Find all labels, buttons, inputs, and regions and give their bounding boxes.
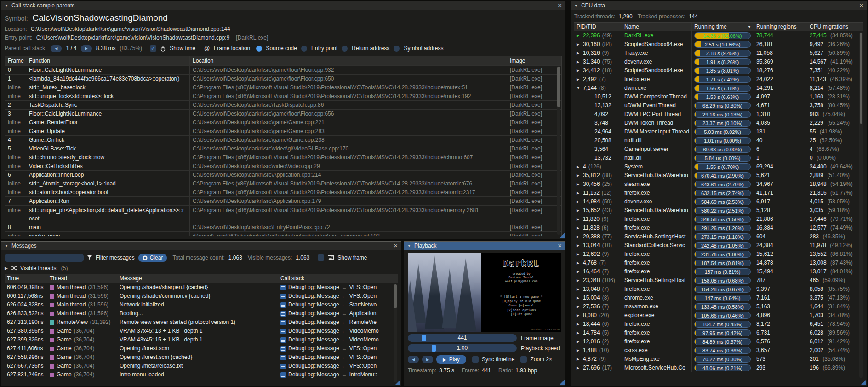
playback-speed-slider[interactable]: 1.00 xyxy=(408,344,517,352)
expander-icon[interactable]: ▶ xyxy=(577,346,581,355)
expander-icon[interactable]: ▶ xyxy=(577,302,581,311)
callstack-row[interactable]: inline std::atomic<bool>::operator bool … xyxy=(5,188,561,196)
close-icon[interactable]: × xyxy=(558,243,562,249)
process-row[interactable]: ▶ 14,984 (50) devenv.exe 584.69 ms (2.53… xyxy=(574,197,863,206)
function-name[interactable]: main xyxy=(26,223,190,231)
callstack-row[interactable]: inline std::unique_lock<std::mutex>::loc… xyxy=(5,92,561,100)
process-row[interactable]: ▶ 34,412 (18) ScriptedSandbox64.exe 1.85… xyxy=(574,66,863,75)
function-name[interactable]: std::_Atomic_storage<bool,1>::load xyxy=(26,179,190,188)
expander-icon[interactable]: ▶ xyxy=(577,285,581,294)
callstack-row[interactable]: 6 Application::InnerLoop C:\Users\wolf\D… xyxy=(5,170,561,179)
process-row[interactable]: 24,964 DWM Master Input Thread 5.03 ms (… xyxy=(574,127,863,136)
frame-image-preview[interactable]: DarkRL created byBartosz Taudulwolf.pld@… xyxy=(408,253,561,332)
function-name[interactable]: Application::InnerLoop xyxy=(26,171,190,179)
message-callstack[interactable]: DebugLog::Message ← VFS::Open xyxy=(278,353,398,362)
message-row[interactable]: 627,313,190ns RemoteView (31,392) Remote… xyxy=(5,318,398,327)
show-time-checkbox[interactable] xyxy=(150,45,156,52)
message-callstack[interactable]: DebugLog::Message ← Application: xyxy=(278,309,398,318)
expander-icon[interactable]: ▶ xyxy=(577,66,581,75)
process-row[interactable]: ▶ 4 (126) System 1.55 s (6.70%) 69,294 xyxy=(574,162,863,171)
pid-cell[interactable]: ▶ 13,044 (10) xyxy=(574,241,622,250)
pid-cell[interactable]: ▶ 29,388 (77) xyxy=(574,232,622,241)
pid-cell[interactable]: ▶ 27,696 (17) xyxy=(574,364,622,372)
expander-icon[interactable]: ▶ xyxy=(577,267,581,276)
zoom-2x-checkbox[interactable] xyxy=(520,356,527,363)
callstack-row[interactable]: 3 Floor::CalcLightNoLuminance C:\Users\w… xyxy=(5,109,561,118)
message-callstack[interactable]: DebugLog::Message ← VFS::Open xyxy=(278,362,398,370)
pid-cell[interactable]: 3,748 xyxy=(574,119,622,127)
threads-expand-icon[interactable]: ▶ xyxy=(5,266,8,271)
callstack-list-icon[interactable] xyxy=(280,364,286,369)
show-frame-checkbox[interactable] xyxy=(318,254,324,261)
callstack-row[interactable]: inline invoke_main d:\agent\_work\63\s\s… xyxy=(5,231,561,236)
callstack-row[interactable]: 5 VideoGLBase::Tick C:\Users\wolf\Deskto… xyxy=(5,144,561,153)
process-row[interactable]: ▶ 12,692 (9) firefox.exe 231.76 ms (1.00… xyxy=(574,250,863,259)
expander-icon[interactable]: ▶ xyxy=(577,31,581,40)
expander-icon[interactable]: ▶ xyxy=(577,329,581,337)
expander-icon[interactable]: ▶ xyxy=(577,75,581,84)
process-row[interactable]: ▶ 11,820 (9) firefox.exe 346.58 ms (1.50… xyxy=(574,215,863,224)
pid-cell[interactable]: ▶ 13,048 (7) xyxy=(574,285,622,294)
callstack-list-icon[interactable] xyxy=(280,320,286,325)
callstack-row[interactable]: inline std::unique_ptr<Application,std::… xyxy=(5,205,561,223)
pid-cell[interactable]: ▶ 35,812 (88) xyxy=(574,171,622,180)
expander-icon[interactable]: ▶ xyxy=(577,320,581,329)
expander-icon[interactable]: ▶ xyxy=(577,224,581,232)
callstack-list-icon[interactable] xyxy=(280,294,286,299)
pid-cell[interactable]: ▶ 8,080 (20) xyxy=(574,311,622,320)
radio-return-address[interactable] xyxy=(342,46,348,52)
callstack-list-icon[interactable] xyxy=(280,285,286,290)
message-row[interactable]: 626,024,328ns Main thread (31,596) Netwo… xyxy=(5,300,398,309)
radio-symbol-address[interactable] xyxy=(394,46,400,52)
process-row[interactable]: 13,732 ntdll.dll 5.84 us (0.00%) 1 xyxy=(574,154,863,162)
function-name[interactable]: TaskDispatch::Sync xyxy=(26,101,190,109)
collapse-icon[interactable]: ▼ xyxy=(5,4,8,8)
messages-scrollbar-thumb[interactable] xyxy=(394,284,397,308)
function-name[interactable]: Game::OnTick xyxy=(26,136,190,144)
pid-cell[interactable]: ▶ 12,016 (2) xyxy=(574,337,622,346)
process-row[interactable]: ▶ 15,652 (43) ServiceHub.DataWarehou 580… xyxy=(574,206,863,215)
expander-icon[interactable]: ▶ xyxy=(577,364,581,372)
pid-cell[interactable]: ▶ 10,316 (9) xyxy=(574,49,622,58)
expander-icon[interactable]: ▶ xyxy=(577,355,581,364)
pid-cell[interactable]: 20,508 xyxy=(574,136,622,145)
callstack-row[interactable]: 7 Application::Run C:\Users\wolf\Desktop… xyxy=(5,196,561,205)
pid-cell[interactable]: ▶ 16,464 (7) xyxy=(574,267,622,276)
resize-grip[interactable] xyxy=(559,233,565,238)
process-row[interactable]: ▶ 12,016 (2) firefox.exe 84.89 ms (0.37%… xyxy=(574,337,863,346)
expander-icon[interactable]: ▶ xyxy=(577,162,581,171)
callstack-list-icon[interactable] xyxy=(280,372,286,378)
pid-cell[interactable]: ▶ 2,492 (7) xyxy=(574,75,622,84)
process-row[interactable]: ▶ 8,080 (20) explorer.exe 105.66 ms (0.4… xyxy=(574,311,863,320)
process-row[interactable]: ▶ 4,768 (7) firefox.exe 187.54 ms (0.81%… xyxy=(574,259,863,267)
message-row[interactable]: 627,667,736ns Game (36,704) Opening /met… xyxy=(5,362,398,370)
message-row[interactable]: 626,833,622ns Main thread (31,596) Booti… xyxy=(5,309,398,318)
expander-icon[interactable]: ▶ xyxy=(577,189,581,197)
callstack-row[interactable]: 4 Game::OnTick C:\Users\wolf\Desktop\dar… xyxy=(5,135,561,144)
pid-cell[interactable]: ▶ 4,768 (7) xyxy=(574,259,622,267)
pid-cell[interactable]: ▶ 23,348 (106) xyxy=(574,276,622,285)
expander-icon[interactable]: ▶ xyxy=(577,171,581,180)
process-row[interactable]: ▶ 23,348 (106) ServiceHub.SettingsHost 1… xyxy=(574,276,863,285)
process-row[interactable]: ▶ 31,340 (75) devenv.exe 1.91 s (8.26%) … xyxy=(574,58,863,66)
play-button[interactable]: ▶ Play xyxy=(436,355,466,364)
process-row[interactable]: ▶ 16,464 (7) firefox.exe 187 ms (0.81%) … xyxy=(574,267,863,276)
collapse-icon[interactable]: ▼ xyxy=(407,244,411,248)
process-row[interactable]: ▶ 30,160 (84) ScriptedSandbox64.exe 2.51… xyxy=(574,40,863,49)
pid-cell[interactable]: ▶ 4,872 (9) xyxy=(574,355,622,364)
pid-cell[interactable]: ▶ 34,412 (18) xyxy=(574,66,622,75)
process-row[interactable]: ▶ 13,048 (7) firefox.exe 154.28 ms (0.67… xyxy=(574,285,863,294)
close-icon[interactable]: × xyxy=(558,2,562,9)
speed-slider-handle[interactable] xyxy=(432,345,436,352)
pid-cell[interactable]: ▶ 27,536 (7) xyxy=(574,302,622,311)
message-row[interactable]: 627,558,996ns Game (36,704) Opening /for… xyxy=(5,353,398,362)
message-callstack[interactable]: DebugLog::Message ← VFS::Open xyxy=(278,344,398,353)
expander-icon[interactable]: ▶ xyxy=(577,276,581,285)
function-name[interactable]: std::chrono::steady_clock::now xyxy=(26,153,190,162)
step-forward-button[interactable]: ▶ xyxy=(422,356,433,363)
process-row[interactable]: ▶ 2,492 (7) firefox.exe 1.71 s (7.42%) 2… xyxy=(574,75,863,84)
expander-icon[interactable]: ▶ xyxy=(577,241,581,250)
callstack-row[interactable]: 0 Floor::CalcLightNoLuminance C:\Users\w… xyxy=(5,65,561,74)
pid-cell[interactable]: ▶ 22,396 (49) xyxy=(574,31,622,40)
resize-grip[interactable] xyxy=(395,380,400,385)
